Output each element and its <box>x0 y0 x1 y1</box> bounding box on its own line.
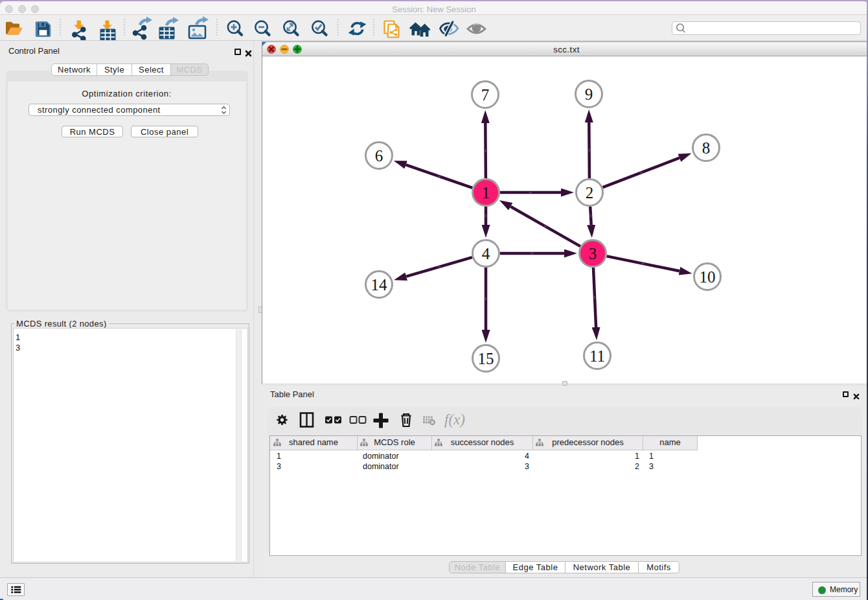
svg-text:6: 6 <box>375 147 383 165</box>
svg-text:8: 8 <box>702 139 711 157</box>
svg-text:10: 10 <box>700 268 716 286</box>
svg-text:15: 15 <box>478 350 494 367</box>
svg-text:2: 2 <box>586 184 594 202</box>
svg-text:11: 11 <box>589 347 605 365</box>
svg-text:14: 14 <box>371 276 388 294</box>
svg-text:3: 3 <box>589 245 597 262</box>
svg-text:4: 4 <box>482 245 490 262</box>
svg-text:9: 9 <box>585 86 593 103</box>
svg-text:1: 1 <box>482 184 490 202</box>
svg-text:7: 7 <box>481 86 490 104</box>
svg-text:f(x): f(x) <box>444 411 465 428</box>
